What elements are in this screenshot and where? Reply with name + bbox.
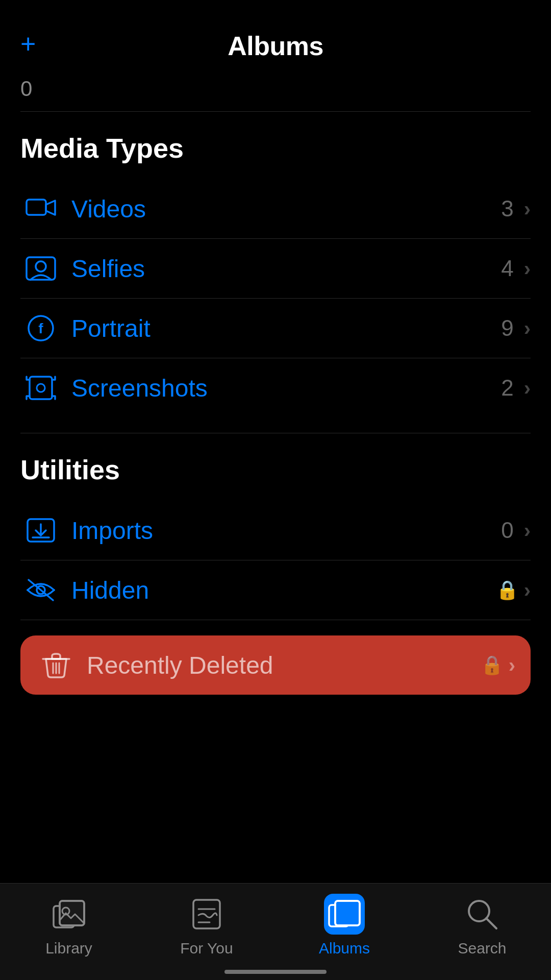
list-item-imports[interactable]: Imports 0 › bbox=[20, 501, 531, 560]
portrait-chevron: › bbox=[524, 317, 531, 340]
screenshots-chevron: › bbox=[524, 377, 531, 400]
library-tab-label: Library bbox=[45, 940, 92, 957]
recently-deleted-label: Recently Deleted bbox=[87, 651, 481, 679]
hidden-lock-icon: 🔒 bbox=[496, 579, 519, 601]
svg-line-24 bbox=[486, 918, 496, 928]
selfies-count: 4 bbox=[501, 256, 513, 281]
tab-search[interactable]: Search bbox=[413, 894, 551, 957]
header: + Albums bbox=[0, 0, 551, 71]
hidden-icon bbox=[20, 575, 61, 605]
albums-tab-icon bbox=[324, 894, 365, 935]
svg-line-9 bbox=[29, 580, 53, 600]
list-item-portrait[interactable]: f Portrait 9 › bbox=[20, 299, 531, 358]
for-you-icon bbox=[186, 894, 227, 935]
svg-point-6 bbox=[37, 384, 45, 392]
utilities-heading: Utilities bbox=[20, 454, 531, 485]
hidden-chevron: › bbox=[524, 579, 531, 602]
tab-bar: Library For You Albums bbox=[0, 883, 551, 980]
trash-icon bbox=[36, 650, 77, 680]
imports-icon bbox=[20, 515, 61, 546]
list-item-screenshots[interactable]: Screenshots 2 › bbox=[20, 358, 531, 418]
for-you-tab-label: For You bbox=[180, 940, 233, 957]
tab-for-you[interactable]: For You bbox=[138, 894, 276, 957]
utilities-section: Utilities Imports 0 › bbox=[0, 433, 551, 710]
selfies-chevron: › bbox=[524, 257, 531, 280]
video-icon bbox=[20, 193, 61, 224]
top-count: 0 bbox=[0, 71, 551, 111]
svg-rect-0 bbox=[27, 200, 46, 215]
library-icon bbox=[48, 894, 89, 935]
recently-deleted-lock-icon: 🔒 bbox=[481, 654, 504, 676]
portrait-label: Portrait bbox=[71, 314, 501, 342]
svg-rect-5 bbox=[30, 377, 52, 399]
selfies-icon bbox=[20, 253, 61, 284]
list-item-videos[interactable]: Videos 3 › bbox=[20, 179, 531, 239]
videos-label: Videos bbox=[71, 195, 501, 223]
search-tab-label: Search bbox=[458, 940, 506, 957]
screenshots-icon bbox=[20, 373, 61, 403]
screenshots-count: 2 bbox=[501, 375, 513, 401]
hidden-label: Hidden bbox=[71, 576, 496, 604]
imports-count: 0 bbox=[501, 518, 513, 543]
screenshots-label: Screenshots bbox=[71, 374, 501, 402]
albums-tab-label: Albums bbox=[319, 940, 370, 957]
imports-chevron: › bbox=[524, 519, 531, 542]
home-indicator bbox=[224, 970, 327, 974]
portrait-count: 9 bbox=[501, 315, 513, 341]
search-icon bbox=[462, 894, 503, 935]
videos-count: 3 bbox=[501, 196, 513, 222]
portrait-icon: f bbox=[20, 313, 61, 344]
imports-label: Imports bbox=[71, 517, 501, 545]
tab-albums[interactable]: Albums bbox=[276, 894, 413, 957]
media-types-heading: Media Types bbox=[20, 132, 531, 164]
list-item-hidden[interactable]: Hidden 🔒 › bbox=[20, 560, 531, 620]
tab-library[interactable]: Library bbox=[0, 894, 138, 957]
media-types-section: Media Types Videos 3 › Selfies bbox=[0, 112, 551, 418]
add-album-button[interactable]: + bbox=[20, 31, 36, 57]
svg-text:f: f bbox=[38, 321, 43, 336]
list-item-selfies[interactable]: Selfies 4 › bbox=[20, 239, 531, 299]
page-title: Albums bbox=[228, 31, 323, 61]
selfies-label: Selfies bbox=[71, 255, 501, 283]
svg-rect-21 bbox=[335, 901, 360, 925]
svg-point-2 bbox=[36, 261, 46, 272]
recently-deleted-chevron: › bbox=[509, 654, 515, 677]
list-item-recently-deleted[interactable]: Recently Deleted 🔒 › bbox=[20, 635, 531, 695]
videos-chevron: › bbox=[524, 198, 531, 220]
